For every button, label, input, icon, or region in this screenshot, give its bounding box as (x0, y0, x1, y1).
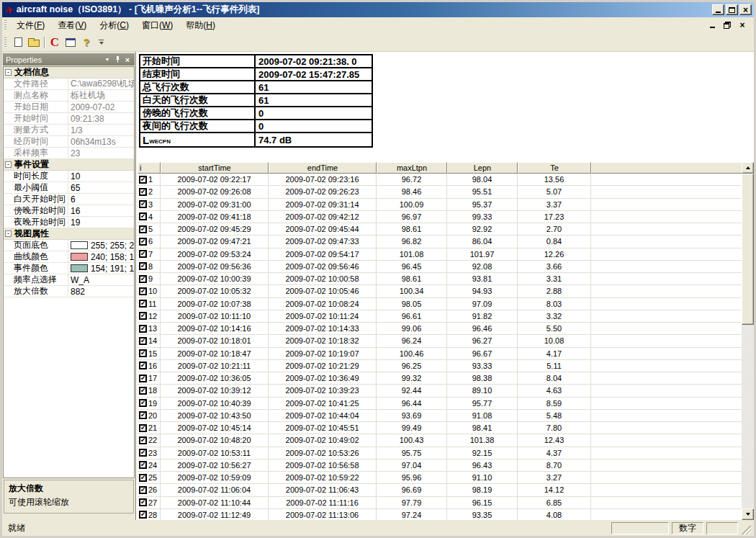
table-row[interactable]: ✔262009-07-02 11:06:042009-07-02 11:06:4… (138, 484, 742, 496)
new-document-button[interactable] (10, 35, 26, 50)
row-checkbox[interactable]: ✔ (139, 287, 147, 295)
property-section-header[interactable]: -视图属性 (4, 228, 134, 240)
panel-close-button[interactable]: × (123, 55, 132, 64)
vertical-scrollbar[interactable] (742, 162, 754, 520)
row-checkbox[interactable]: ✔ (139, 250, 147, 258)
table-row[interactable]: ✔32009-07-02 09:31:002009-07-02 09:31:14… (138, 199, 742, 211)
row-checkbox[interactable]: ✔ (139, 399, 147, 407)
table-row[interactable]: ✔182009-07-02 10:39:122009-07-02 10:39:2… (138, 385, 742, 397)
table-row[interactable]: ✔222009-07-02 10:48:202009-07-02 10:49:0… (138, 434, 742, 447)
column-header-maxLtpn[interactable]: maxLtpn (377, 162, 447, 174)
scroll-up-button[interactable] (742, 162, 754, 174)
row-checkbox[interactable]: ✔ (139, 212, 147, 220)
scroll-down-button[interactable] (742, 508, 754, 520)
row-checkbox[interactable]: ✔ (139, 449, 147, 457)
row-checkbox[interactable]: ✔ (139, 411, 147, 419)
table-row[interactable]: ✔162009-07-02 10:21:112009-07-02 10:21:2… (138, 360, 742, 372)
table-row[interactable]: ✔42009-07-02 09:41:182009-07-02 09:42:12… (138, 211, 742, 223)
menu-item-c[interactable]: 分析(C) (93, 17, 135, 34)
row-checkbox[interactable]: ✔ (139, 362, 147, 369)
resize-grip-icon[interactable] (742, 525, 751, 534)
maximize-button[interactable] (726, 4, 738, 15)
table-row[interactable]: ✔152009-07-02 10:18:472009-07-02 10:19:0… (138, 348, 742, 360)
row-checkbox[interactable]: ✔ (139, 200, 147, 208)
row-checkbox[interactable]: ✔ (139, 262, 147, 270)
table-row[interactable]: ✔242009-07-02 10:56:272009-07-02 10:56:5… (138, 459, 742, 472)
row-checkbox[interactable]: ✔ (139, 225, 147, 233)
table-row[interactable]: ✔202009-07-02 10:43:502009-07-02 10:44:0… (138, 410, 742, 422)
menu-item-w[interactable]: 窗口(W) (135, 17, 179, 34)
column-header-i[interactable]: i (138, 162, 161, 174)
close-button[interactable]: × (739, 4, 752, 15)
property-value[interactable]: 255; 255; 25 (68, 240, 134, 251)
table-row[interactable]: ✔12009-07-02 09:22:172009-07-02 09:23:16… (138, 174, 742, 186)
table-row[interactable]: ✔52009-07-02 09:45:292009-07-02 09:45:44… (138, 223, 742, 236)
property-section-header[interactable]: -文档信息 (4, 67, 134, 79)
table-row[interactable]: ✔232009-07-02 10:53:112009-07-02 10:53:2… (138, 447, 742, 459)
collapse-minus-icon[interactable]: - (5, 161, 12, 168)
row-checkbox[interactable]: ✔ (139, 474, 147, 482)
table-row[interactable]: ✔112009-07-02 10:07:382009-07-02 10:08:2… (138, 298, 742, 310)
collapse-minus-icon[interactable]: - (5, 230, 12, 237)
table-row[interactable]: ✔142009-07-02 10:18:012009-07-02 10:18:3… (138, 335, 742, 347)
row-checkbox[interactable]: ✔ (139, 486, 147, 494)
table-row[interactable]: ✔252009-07-02 10:59:092009-07-02 10:59:2… (138, 472, 742, 484)
property-value[interactable]: 23 (68, 148, 134, 158)
table-row[interactable]: ✔192009-07-02 10:40:392009-07-02 10:41:2… (138, 398, 742, 410)
property-value[interactable]: 09:21:38 (68, 113, 134, 124)
table-row[interactable]: ✔92009-07-02 10:00:392009-07-02 10:00:58… (138, 273, 742, 285)
property-section-header[interactable]: -事件设置 (4, 159, 134, 171)
table-row[interactable]: ✔212009-07-02 10:45:142009-07-02 10:45:5… (138, 422, 742, 434)
toolbar-grip-handle[interactable] (4, 37, 6, 48)
property-value[interactable]: C:\awa6298\机场 (68, 79, 134, 89)
table-row[interactable]: ✔272009-07-02 11:10:442009-07-02 11:11:1… (138, 497, 742, 509)
menu-item-f[interactable]: 文件(F) (10, 17, 51, 34)
property-value[interactable]: 154; 191; 18 (68, 263, 134, 274)
row-checkbox[interactable]: ✔ (139, 238, 147, 246)
column-header-Te[interactable]: Te (518, 162, 591, 174)
table-row[interactable]: ✔102009-07-02 10:05:322009-07-02 10:05:4… (138, 285, 742, 297)
row-checkbox[interactable]: ✔ (139, 461, 147, 469)
property-value[interactable]: 栎社机场 (68, 90, 134, 101)
menu-grip-handle[interactable] (4, 20, 6, 30)
property-value[interactable]: 6 (68, 194, 134, 205)
row-checkbox[interactable]: ✔ (139, 511, 147, 519)
minimize-button[interactable] (712, 4, 724, 15)
row-checkbox[interactable]: ✔ (139, 498, 147, 506)
panel-pin-button[interactable] (113, 55, 122, 64)
row-checkbox[interactable]: ✔ (139, 375, 147, 382)
table-row[interactable]: ✔282009-07-02 11:12:492009-07-02 11:13:0… (138, 509, 742, 520)
toolbar-overflow-button[interactable] (97, 38, 105, 46)
row-checkbox[interactable]: ✔ (139, 325, 147, 333)
row-checkbox[interactable]: ✔ (139, 275, 147, 283)
property-value[interactable]: 65 (68, 182, 134, 193)
table-row[interactable]: ✔72009-07-02 09:53:242009-07-02 09:54:17… (138, 248, 742, 261)
row-checkbox[interactable]: ✔ (139, 176, 147, 184)
help-button[interactable]: ? (78, 35, 94, 50)
property-value[interactable]: 1/3 (68, 125, 134, 135)
property-value[interactable]: 882 (68, 286, 134, 297)
property-value[interactable]: 240; 158; 15 (68, 251, 134, 262)
menu-item-v[interactable]: 查看(V) (51, 17, 93, 34)
scrollbar-thumb[interactable] (742, 174, 754, 325)
row-checkbox[interactable]: ✔ (139, 349, 147, 357)
table-row[interactable]: ✔172009-07-02 10:36:052009-07-02 10:36:4… (138, 372, 742, 385)
property-value[interactable]: 2009-07-02 (68, 102, 134, 112)
column-header-endTime[interactable]: endTime (269, 162, 377, 174)
row-checkbox[interactable]: ✔ (139, 312, 147, 320)
row-checkbox[interactable]: ✔ (139, 188, 147, 196)
c-weighting-button[interactable]: C (47, 35, 63, 50)
row-checkbox[interactable]: ✔ (139, 424, 147, 432)
table-row[interactable]: ✔132009-07-02 10:14:162009-07-02 10:14:3… (138, 323, 742, 335)
open-file-button[interactable] (26, 35, 42, 50)
table-row[interactable]: ✔22009-07-02 09:26:082009-07-02 09:26:23… (138, 186, 742, 198)
property-value[interactable]: 06h34m13s (68, 136, 134, 147)
panel-menu-button[interactable]: ▼ (103, 55, 112, 64)
table-row[interactable]: ✔122009-07-02 10:11:102009-07-02 10:11:2… (138, 310, 742, 323)
properties-button[interactable] (63, 35, 78, 50)
mdi-minimize-button[interactable] (708, 21, 716, 30)
row-checkbox[interactable]: ✔ (139, 300, 147, 308)
property-value[interactable]: W_A (68, 274, 134, 285)
row-checkbox[interactable]: ✔ (139, 387, 147, 395)
mdi-close-button[interactable]: × (738, 21, 747, 30)
